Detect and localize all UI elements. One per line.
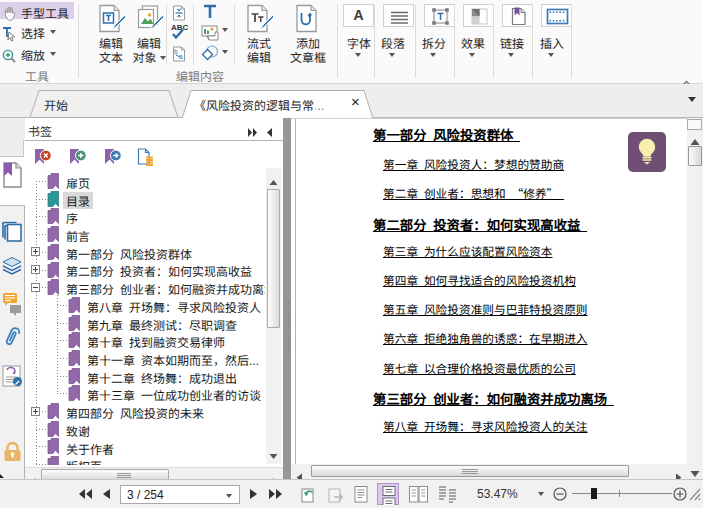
- svg-text:b: b: [174, 48, 178, 55]
- svg-text:ABC: ABC: [171, 23, 188, 32]
